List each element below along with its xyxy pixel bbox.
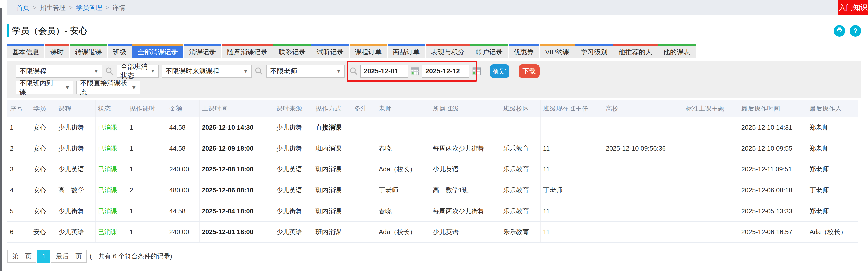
tab[interactable]: 商品订单 [388, 44, 425, 58]
class-attendance-select[interactable]: 不限班内到课… ▼ [16, 81, 73, 94]
table-cell: 乐乐教育 [501, 180, 540, 201]
table-cell [540, 117, 603, 138]
table-cell: 44.58 [167, 117, 199, 138]
table-cell [683, 138, 739, 159]
column-header: 操作课时 [127, 100, 167, 117]
tab[interactable]: 表现与积分 [426, 44, 470, 58]
column-header: 金额 [167, 100, 199, 117]
breadcrumb-item: 招生管理 [40, 3, 66, 12]
tab[interactable]: 试听记录 [311, 44, 349, 58]
chevron-down-icon: ▼ [243, 68, 248, 74]
table-cell: 班内消课 [313, 159, 352, 180]
calendar-icon[interactable] [472, 66, 482, 76]
last-page-button[interactable]: 最后一页 [51, 250, 87, 263]
question-mark-icon: ? [853, 27, 858, 35]
title-actions: ? [834, 25, 861, 37]
breadcrumb-item[interactable]: 首页 [17, 3, 29, 12]
table-cell: 每周两次少儿街舞 [430, 201, 501, 222]
tab[interactable]: 课时 [45, 44, 69, 58]
table-cell: 1 [7, 117, 31, 138]
table-cell: 1 [127, 159, 167, 180]
table-cell: 少儿街舞 [274, 117, 313, 138]
help-button[interactable]: ? [849, 25, 861, 37]
start-date-input[interactable]: 2025-12-01 [361, 65, 408, 78]
table-cell: 11 [540, 222, 603, 243]
table-cell: 2 [127, 180, 167, 201]
tab[interactable]: 优惠券 [508, 44, 539, 58]
tab[interactable]: 基本信息 [7, 44, 44, 58]
tab[interactable]: 全部消课记录 [132, 44, 183, 58]
column-header: 所属班级 [430, 100, 501, 117]
table-cell: 高一数学1班 [430, 180, 501, 201]
tab[interactable]: 联系记录 [273, 44, 311, 58]
breadcrumb-separator: > [69, 4, 73, 11]
direct-consume-status-select[interactable]: 不限直接消课状态 ▼ [76, 81, 140, 94]
table-row: 4安心高一数学已消课2480.002025-12-06 08:10少儿英语班内消… [7, 180, 858, 201]
filter-row-1: 不限课程 ▼ 全部班消状态 ▼ 不限课时来源课程 ▼ 不限老师 ▼ [16, 64, 861, 78]
table-cell: 少儿街舞 [274, 138, 313, 159]
table-cell [352, 138, 376, 159]
table-cell: 郑老师 [807, 201, 858, 222]
table-cell: 1 [127, 117, 167, 138]
table-cell [603, 117, 683, 138]
table-cell: 11 [540, 159, 603, 180]
table-cell: 已消课 [95, 117, 127, 138]
table-cell: 直接消课 [313, 117, 352, 138]
table-cell: 2025-12-10 09:56:36 [603, 138, 683, 159]
tab[interactable]: 课程订单 [349, 44, 387, 58]
table-cell: 班内消课 [313, 138, 352, 159]
table-cell: 480.00 [167, 180, 199, 201]
breadcrumb-item[interactable]: 学员管理 [76, 3, 102, 12]
hour-source-course-select[interactable]: 不限课时来源课程 ▼ [162, 65, 251, 78]
table-cell: 丁老师 [376, 180, 430, 201]
tab[interactable]: 班级 [108, 44, 132, 58]
table-cell: Ada（校长） [807, 222, 858, 243]
table-cell: 2025-12-10 09:55 [739, 138, 807, 159]
tab[interactable]: 他推荐的人 [614, 44, 657, 58]
calendar-icon[interactable] [410, 66, 420, 76]
title-accent-bar [7, 24, 9, 37]
table-cell [683, 117, 739, 138]
column-header: 操作方式 [313, 100, 352, 117]
search-icon[interactable] [105, 67, 114, 76]
tab[interactable]: 他的课表 [658, 44, 695, 58]
table-cell: 安心 [31, 180, 56, 201]
end-date-input[interactable]: 2025-12-12 [422, 65, 469, 78]
column-header: 备注 [352, 100, 376, 117]
tab[interactable]: 随意消课记录 [222, 44, 273, 58]
table-cell: 每周两次少儿街舞 [430, 138, 501, 159]
tab[interactable]: 学习级别 [576, 44, 613, 58]
course-select[interactable]: 不限课程 ▼ [16, 65, 102, 78]
table-row: 3安心少儿英语已消课1240.002025-12-08 18:00少儿英语班内消… [7, 159, 858, 180]
table-cell: 3 [7, 159, 31, 180]
entry-knowledge-button[interactable]: 入门知识 [838, 0, 868, 16]
table-cell: 少儿英语 [56, 159, 95, 180]
page-root: 首页>招生管理>学员管理>详情 入门知识 学员（会员）- 安心 ? [0, 0, 868, 271]
column-header: 序号 [7, 100, 31, 117]
class-consume-status-value: 全部班消状态 [121, 62, 148, 80]
first-page-button[interactable]: 第一页 [7, 250, 36, 263]
chevron-down-icon: ▼ [150, 68, 155, 74]
table-cell: 乐乐教育 [501, 138, 540, 159]
table-cell: 5 [7, 201, 31, 222]
print-button[interactable] [834, 25, 845, 37]
search-icon[interactable] [254, 67, 264, 76]
tab[interactable]: 帐户记录 [470, 44, 508, 58]
table-cell: 班内消课 [313, 222, 352, 243]
search-icon[interactable] [349, 67, 358, 76]
download-button[interactable]: 下载 [519, 64, 539, 78]
table-cell: 2025-12-01 18:00 [199, 222, 274, 243]
confirm-button[interactable]: 确定 [490, 64, 509, 78]
teacher-select[interactable]: 不限老师 ▼ [267, 65, 345, 78]
tab[interactable]: 消课记录 [184, 44, 221, 58]
table-row: 1安心少儿街舞已消课144.582025-12-10 14:30少儿街舞直接消课… [7, 117, 858, 138]
page-number-current[interactable]: 1 [37, 250, 50, 263]
class-consume-status-select[interactable]: 全部班消状态 ▼ [117, 65, 159, 78]
tab[interactable]: VIP约课 [540, 44, 575, 58]
title-bar: 学员（会员）- 安心 ? [7, 24, 861, 38]
tab[interactable]: 转课退课 [70, 44, 107, 58]
table-cell: 少儿英语 [56, 222, 95, 243]
table-cell: 少儿街舞 [274, 201, 313, 222]
table-cell [603, 201, 683, 222]
chevron-down-icon: ▼ [93, 68, 99, 74]
